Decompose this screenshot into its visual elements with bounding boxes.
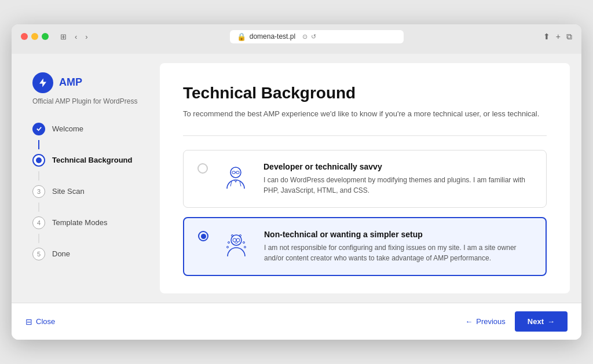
svg-marker-0	[39, 78, 46, 87]
option-non-technical-desc: I am not responsible for configuring and…	[264, 242, 532, 263]
security-icon: 🔒	[237, 32, 246, 41]
browser-controls: ⊞ ‹ ›	[58, 31, 90, 42]
previous-arrow-icon: ←	[465, 317, 473, 326]
non-technical-avatar-icon	[221, 230, 252, 261]
address-bar[interactable]: 🔒 domena-test.pl ⊙ ↺	[230, 30, 404, 43]
sidebar-label-technical-background: Technical Background	[52, 156, 132, 164]
step-connector-3	[38, 203, 39, 212]
radio-developer[interactable]	[197, 163, 208, 174]
sidebar-item-done[interactable]: 5 Done	[23, 243, 151, 265]
svg-point-14	[244, 247, 246, 248]
amp-title-text: AMP	[59, 76, 82, 89]
sidebar-item-site-scan[interactable]: 3 Site Scan	[23, 181, 151, 203]
url-text: domena-test.pl	[250, 32, 295, 41]
next-button[interactable]: Next →	[515, 311, 568, 332]
options-list: Developer or technically savvy I can do …	[183, 150, 547, 276]
amp-icon	[32, 72, 53, 93]
svg-point-15	[232, 235, 233, 237]
reader-mode-icon[interactable]: ⊙	[302, 33, 308, 41]
next-arrow-icon: →	[547, 317, 555, 326]
close-button[interactable]: ⊟ Close	[25, 317, 55, 326]
developer-icon-area	[218, 162, 253, 193]
page-description: To recommend the best AMP experience we'…	[183, 108, 547, 120]
minimize-traffic-light[interactable]	[31, 33, 38, 40]
amp-subtitle: Official AMP Plugin for WordPress	[23, 97, 151, 106]
option-developer-content: Developer or technically savvy I can do …	[263, 162, 532, 196]
back-icon[interactable]: ‹	[72, 31, 79, 42]
fullscreen-traffic-light[interactable]	[42, 33, 49, 40]
tabs-icon[interactable]: ⧉	[566, 32, 572, 42]
sidebar-label-template-modes: Template Modes	[52, 218, 107, 227]
main-panel: Technical Background To recommend the be…	[160, 63, 570, 294]
new-tab-icon[interactable]: +	[556, 32, 561, 41]
browser-chrome: ⊞ ‹ › 🔒 domena-test.pl ⊙ ↺ ⬆ + ⧉	[12, 24, 581, 54]
sidebar-toggle-icon[interactable]: ⊞	[58, 31, 69, 42]
forward-icon[interactable]: ›	[83, 31, 90, 42]
svg-rect-2	[232, 171, 235, 174]
browser-address-bar: 🔒 domena-test.pl ⊙ ↺	[95, 30, 539, 43]
sidebar-label-done: Done	[52, 249, 70, 258]
svg-point-8	[233, 238, 236, 242]
step-connector-1	[38, 140, 39, 149]
radio-inner-non-technical	[201, 234, 206, 239]
svg-rect-3	[236, 171, 239, 174]
svg-point-13	[243, 242, 245, 244]
svg-point-9	[236, 238, 240, 242]
page-title: Technical Background	[183, 84, 547, 102]
step-icon-technical-background	[32, 154, 45, 167]
developer-avatar-icon	[220, 162, 251, 193]
sidebar-label-site-scan: Site Scan	[52, 187, 85, 196]
svg-point-12	[227, 247, 229, 248]
sidebar-item-welcome[interactable]: Welcome	[23, 118, 151, 140]
next-label: Next	[528, 317, 544, 326]
refresh-icon[interactable]: ↺	[311, 33, 316, 41]
sidebar-label-welcome: Welcome	[52, 124, 83, 133]
sidebar-item-template-modes[interactable]: 4 Template Modes	[23, 212, 151, 234]
option-developer-desc: I can do WordPress development by modify…	[263, 175, 532, 196]
option-non-technical-content: Non-technical or wanting a simpler setup…	[264, 230, 532, 263]
step-icon-template-modes: 4	[32, 216, 45, 229]
close-icon: ⊟	[25, 317, 32, 326]
step-connector-4	[38, 234, 39, 243]
step-connector-2	[38, 171, 39, 181]
radio-non-technical[interactable]	[198, 231, 208, 241]
step-icon-welcome	[32, 123, 45, 135]
close-traffic-light[interactable]	[21, 33, 28, 40]
step-icon-done: 5	[32, 248, 45, 260]
step-icon-site-scan: 3	[32, 185, 45, 198]
non-technical-icon-area	[219, 230, 254, 261]
svg-point-16	[240, 235, 241, 237]
option-non-technical-title: Non-technical or wanting a simpler setup	[264, 230, 532, 239]
svg-point-11	[228, 242, 230, 244]
option-developer-title: Developer or technically savvy	[263, 162, 532, 171]
sidebar-item-technical-background[interactable]: Technical Background	[23, 149, 151, 171]
divider	[183, 135, 547, 136]
amp-logo: AMP	[23, 72, 151, 93]
option-non-technical[interactable]: Non-technical or wanting a simpler setup…	[183, 217, 547, 276]
previous-label: Previous	[476, 317, 506, 326]
sidebar: AMP Official AMP Plugin for WordPress We…	[23, 63, 151, 274]
previous-button[interactable]: ← Previous	[465, 317, 506, 326]
browser-window: ⊞ ‹ › 🔒 domena-test.pl ⊙ ↺ ⬆ + ⧉	[12, 24, 581, 340]
nav-buttons: ← Previous Next →	[465, 311, 568, 332]
option-developer[interactable]: Developer or technically savvy I can do …	[183, 150, 547, 208]
traffic-lights	[21, 33, 49, 40]
browser-titlebar: ⊞ ‹ › 🔒 domena-test.pl ⊙ ↺ ⬆ + ⧉	[21, 30, 572, 43]
close-label: Close	[36, 317, 55, 326]
share-icon[interactable]: ⬆	[543, 32, 550, 41]
sidebar-nav: Welcome Technical Background	[23, 118, 151, 265]
browser-right-controls: ⬆ + ⧉	[543, 32, 572, 42]
bottom-bar: ⊟ Close ← Previous Next →	[12, 303, 581, 340]
